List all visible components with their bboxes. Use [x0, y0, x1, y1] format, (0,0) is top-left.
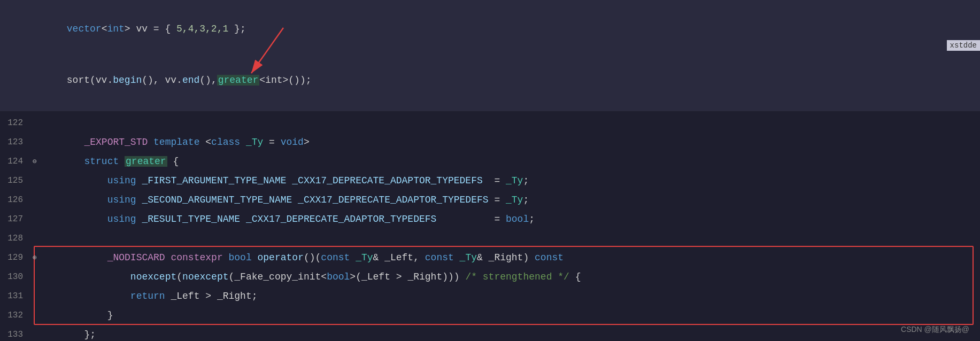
op1: < [102, 24, 107, 34]
end-fn: end [182, 75, 199, 86]
op3: }; [228, 24, 245, 34]
annotation-box: vector<int> vv = { 5,4,3,2,1 }; sort(vv.… [0, 0, 980, 111]
line-content-133: }; [34, 306, 980, 341]
code-lines: 122 123 _EXPORT_STD template <class _Ty … [0, 111, 980, 341]
line-num-123: 123 [0, 137, 29, 147]
semi-127: ; [529, 214, 535, 224]
code-area: vector<int> vv = { 5,4,3,2,1 }; sort(vv.… [0, 0, 980, 341]
indent-127 [84, 214, 107, 224]
sort-comma: (), [199, 75, 217, 86]
kw-using-127: using [107, 214, 142, 224]
line-num-122: 122 [0, 118, 29, 128]
sort-mid: (), vv. [142, 75, 182, 86]
line-num-127: 127 [0, 214, 29, 224]
line-num-125: 125 [0, 176, 29, 185]
xstdde-label: xstdde [947, 40, 980, 51]
greater-highlighted: greater [217, 75, 260, 86]
op2: > vv = { [125, 24, 176, 34]
kw-vector: vector [67, 24, 102, 34]
eq-127: = [436, 214, 506, 224]
line-num-126: 126 [0, 195, 29, 205]
kw-bool-127: bool [506, 214, 529, 224]
sort-end: <int>()); [259, 75, 311, 86]
num-vals: 5,4,3,2,1 [176, 24, 228, 34]
header-line2: sort(vv.begin(), vv.end(),greater<int>()… [32, 55, 948, 106]
line-num-128: 128 [0, 234, 29, 243]
code-line-127: 127 using _RESULT_TYPE_NAME _CXX17_DEPRE… [0, 210, 980, 229]
line-num-129: 129 [0, 253, 29, 262]
line-num-132: 132 [0, 311, 29, 320]
line-num-131: 131 [0, 291, 29, 301]
struct-close: }; [84, 329, 96, 340]
header-line1: vector<int> vv = { 5,4,3,2,1 }; [32, 3, 948, 55]
code-line-133: 133 }; [0, 325, 980, 341]
watermark: CSDN @随风飘扬@ [901, 325, 969, 335]
result-type-name: _RESULT_TYPE_NAME [142, 214, 245, 224]
cxx17-3: _CXX17_DEPRECATE_ADAPTOR_TYPEDEFS [246, 214, 436, 224]
line-num-130: 130 [0, 272, 29, 282]
begin-fn: begin [113, 75, 142, 86]
line-num-124: 124 [0, 157, 29, 166]
line-num-133: 133 [0, 330, 29, 339]
kw-int: int [107, 24, 124, 34]
sort-call: sort(vv. [67, 75, 113, 86]
